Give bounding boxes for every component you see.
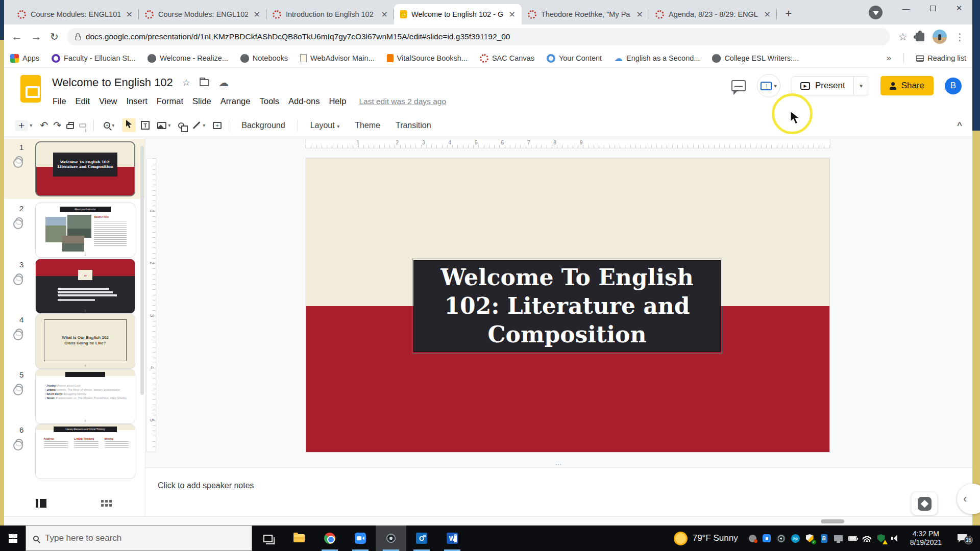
notification-center-button[interactable]: 16 bbox=[953, 534, 971, 542]
notes-resize-handle[interactable]: ⋯ bbox=[145, 461, 972, 467]
bookmark-apps[interactable]: Apps bbox=[10, 54, 39, 63]
url-text[interactable]: docs.google.com/presentation/d/1nLKMzPBD… bbox=[86, 32, 510, 41]
speaker-notes-panel[interactable]: Click to add speaker notes bbox=[145, 467, 972, 516]
bookmark-notebooks[interactable]: Notebooks bbox=[240, 54, 288, 63]
slide-1-thumbnail[interactable]: Welcome To English 102: Literature and C… bbox=[35, 141, 135, 196]
taskbar-weather[interactable]: 79°F Sunny bbox=[674, 532, 738, 545]
browser-menu-icon[interactable]: ⋮ bbox=[955, 31, 965, 43]
tray-headset-icon[interactable] bbox=[748, 534, 757, 543]
share-button[interactable]: Share bbox=[880, 76, 934, 95]
taskbar-clock[interactable]: 4:32 PM 8/19/2021 bbox=[910, 530, 942, 547]
filmstrip-slide-3[interactable]: 3 “ 3 bbox=[4, 256, 145, 316]
slide-3-thumbnail[interactable]: “ 3 bbox=[35, 259, 135, 314]
extensions-puzzle-icon[interactable] bbox=[916, 33, 924, 41]
taskbar-video-app[interactable] bbox=[345, 525, 376, 551]
menu-arrange[interactable]: Arrange bbox=[216, 94, 255, 108]
menu-help[interactable]: Help bbox=[324, 94, 351, 108]
tray-hp-icon[interactable]: hp bbox=[791, 534, 800, 543]
tray-volume-icon[interactable] bbox=[891, 534, 900, 543]
bookmark-star-icon[interactable]: ☆ bbox=[898, 31, 908, 43]
filmstrip-slide-5[interactable]: 5 Poetry: Poems about Love Drama: Othell… bbox=[4, 366, 145, 427]
menu-view[interactable]: View bbox=[94, 94, 121, 108]
new-tab-button[interactable]: + bbox=[781, 6, 796, 21]
window-minimize-button[interactable]: — bbox=[893, 0, 919, 16]
present-button[interactable]: ▶ Present bbox=[792, 77, 853, 95]
select-tool-button[interactable] bbox=[122, 118, 136, 132]
filmstrip-view-button[interactable] bbox=[36, 499, 47, 508]
new-slide-button[interactable]: +▾ bbox=[12, 118, 35, 133]
line-tool-button[interactable]: ▾ bbox=[189, 120, 208, 130]
last-edit-status[interactable]: Last edit was 2 days ago bbox=[359, 97, 446, 106]
chevron-down-icon[interactable]: ▾ bbox=[168, 122, 170, 128]
document-title[interactable]: Welcome to English 102 bbox=[52, 76, 173, 89]
comments-icon[interactable] bbox=[731, 80, 746, 91]
print-icon[interactable] bbox=[66, 124, 74, 129]
back-icon[interactable]: ← bbox=[11, 30, 22, 43]
shape-tool-icon[interactable] bbox=[178, 122, 184, 129]
slides-logo-icon[interactable] bbox=[20, 75, 41, 103]
menu-format[interactable]: Format bbox=[152, 94, 188, 108]
taskbar-recorder[interactable] bbox=[376, 525, 406, 551]
slide-5-thumbnail[interactable]: Poetry: Poems about Love Drama: Othello,… bbox=[35, 369, 135, 424]
tab-theodore-roethke[interactable]: Theodore Roethke, "My Pa ✕ bbox=[522, 4, 649, 24]
tray-vpn-shield-icon[interactable] bbox=[876, 534, 886, 543]
window-maximize-button[interactable] bbox=[919, 0, 946, 16]
chevron-down-icon[interactable]: ▾ bbox=[30, 122, 32, 128]
background-button[interactable]: Background bbox=[236, 118, 290, 133]
slide-2-thumbnail[interactable]: About your Instructor Beatriz Villa 2 bbox=[35, 203, 135, 258]
horizontal-scrollbar-thumb[interactable] bbox=[821, 519, 844, 523]
account-avatar[interactable]: B bbox=[945, 78, 962, 94]
slide-title-textbox[interactable]: Welcome To English 102: Literature and C… bbox=[413, 260, 721, 352]
start-button[interactable] bbox=[0, 525, 26, 551]
bookmark-vitalsource[interactable]: VitalSource Booksh... bbox=[387, 54, 468, 62]
window-close-button[interactable]: ✕ bbox=[946, 0, 972, 16]
tab-course-modules-engl102[interactable]: Course Modules: ENGL102 ✕ bbox=[139, 4, 266, 24]
bookmark-english-second[interactable]: ☁English as a Second... bbox=[614, 54, 700, 63]
bookmark-college-esl[interactable]: College ESL Writers:... bbox=[712, 54, 799, 63]
filmstrip-slide-2[interactable]: 2 About your Instructor Beatriz Villa 2 bbox=[4, 200, 145, 260]
paint-format-icon[interactable] bbox=[79, 123, 86, 128]
menu-file[interactable]: File bbox=[48, 94, 71, 108]
redo-icon[interactable]: ↷ bbox=[53, 119, 61, 131]
menu-edit[interactable]: Edit bbox=[71, 94, 94, 108]
star-document-icon[interactable]: ☆ bbox=[182, 77, 190, 88]
insert-image-button[interactable]: ▾ bbox=[155, 120, 173, 131]
tab-close-icon[interactable]: ✕ bbox=[635, 10, 644, 19]
menu-insert[interactable]: Insert bbox=[122, 94, 152, 108]
tray-battery-icon[interactable] bbox=[848, 534, 857, 543]
document-status-cloud-icon[interactable]: ☁ bbox=[218, 79, 229, 86]
explore-button[interactable] bbox=[911, 492, 938, 515]
slide-6-thumbnail[interactable]: Literary Elements and Critical Thinking … bbox=[35, 424, 135, 479]
undo-icon[interactable]: ↶ bbox=[40, 119, 48, 131]
transition-button[interactable]: Transition bbox=[390, 118, 436, 133]
tab-close-icon[interactable]: ✕ bbox=[380, 10, 389, 19]
taskbar-outlook[interactable]: O bbox=[406, 525, 437, 551]
menu-slide[interactable]: Slide bbox=[188, 94, 216, 108]
theme-button[interactable]: Theme bbox=[350, 118, 385, 133]
present-to-meeting-button[interactable]: ↑ ▾ bbox=[757, 74, 780, 97]
tray-bluetooth-icon[interactable]: B bbox=[819, 534, 829, 543]
taskbar-search-input[interactable] bbox=[45, 533, 244, 543]
tray-recorder-icon[interactable] bbox=[776, 534, 786, 543]
tray-video-app-icon[interactable] bbox=[762, 534, 772, 543]
insert-comment-icon[interactable]: + bbox=[213, 122, 222, 129]
chevron-down-icon[interactable]: ▾ bbox=[112, 122, 114, 128]
taskbar-search[interactable] bbox=[26, 525, 252, 551]
tray-security-shield-icon[interactable]: ✓ bbox=[805, 534, 815, 543]
text-box-tool-icon[interactable]: T bbox=[141, 121, 150, 130]
bookmark-your-content[interactable]: Your Content bbox=[547, 54, 602, 63]
bookmark-sac-canvas[interactable]: SAC Canvas bbox=[480, 54, 534, 63]
zoom-button[interactable]: +▾ bbox=[101, 120, 117, 131]
collapse-menus-icon[interactable]: ^ bbox=[957, 120, 962, 131]
tab-close-icon[interactable]: ✕ bbox=[763, 10, 772, 19]
bookmarks-overflow-icon[interactable]: » bbox=[887, 53, 891, 63]
tab-close-icon[interactable]: ✕ bbox=[125, 10, 134, 19]
vertical-ruler[interactable]: 1 2 3 4 5 bbox=[146, 158, 156, 452]
filmstrip-slide-6[interactable]: 6 Literary Elements and Critical Thinkin… bbox=[4, 421, 145, 482]
grid-view-button[interactable] bbox=[101, 500, 104, 503]
move-to-folder-icon[interactable] bbox=[200, 79, 209, 86]
current-slide[interactable]: Welcome To English 102: Literature and C… bbox=[306, 158, 829, 452]
tab-close-icon[interactable]: ✕ bbox=[508, 10, 517, 19]
filmstrip-scrollbar[interactable] bbox=[140, 146, 144, 395]
tab-close-icon[interactable]: ✕ bbox=[253, 10, 261, 19]
